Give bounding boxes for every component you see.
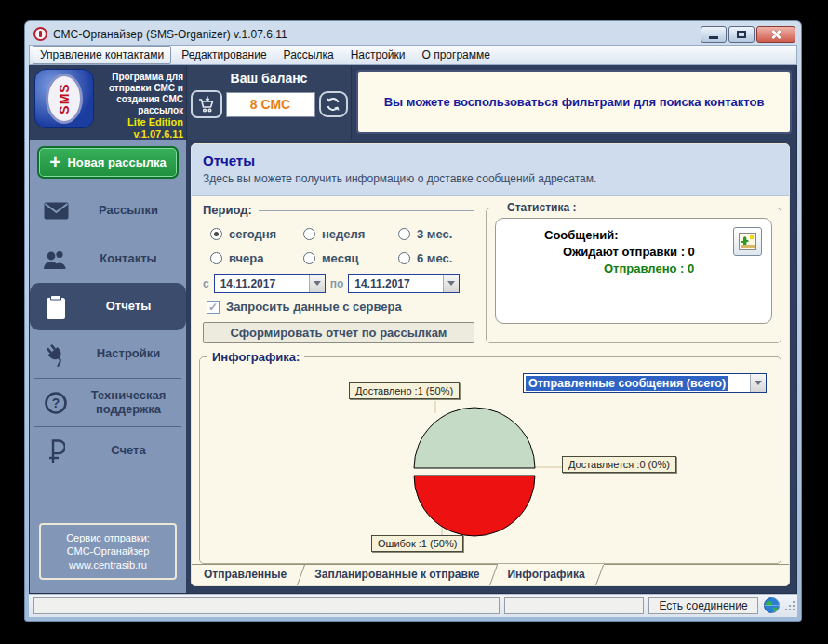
radio-today[interactable]: сегодня bbox=[210, 227, 303, 241]
status-panel-main bbox=[33, 597, 500, 614]
menubar: Управление контактами Редактирование Рас… bbox=[29, 45, 797, 65]
new-mailing-button[interactable]: + Новая рассылка bbox=[37, 146, 179, 179]
window-controls bbox=[701, 26, 795, 43]
period-group: Период: сегодня неделя 3 мес. вчера меся… bbox=[199, 201, 476, 343]
radio-3months[interactable]: 3 мес. bbox=[398, 227, 474, 241]
date-to-picker[interactable]: 14.11.2017 bbox=[348, 274, 460, 293]
pie-label-delivering: Доставляется :0 (0%) bbox=[562, 456, 676, 473]
content-row: + Новая рассылка Рассылки bbox=[30, 140, 796, 593]
maximize-icon bbox=[737, 31, 746, 38]
menu-contacts-management[interactable]: Управление контактами bbox=[33, 46, 171, 64]
tab-infographic[interactable]: Инфографика bbox=[498, 564, 603, 585]
main-panel: Отчеты Здесь вы можете получить информац… bbox=[191, 143, 790, 586]
brand-block: SMS Программа для отправки СМС и создани… bbox=[30, 65, 186, 140]
infographic-legend: Инфографика: bbox=[207, 350, 304, 364]
maximize-button[interactable] bbox=[728, 26, 755, 43]
brand-text: Программа для отправки СМС и создания СМ… bbox=[99, 69, 183, 136]
plug-icon bbox=[30, 342, 82, 367]
menu-about[interactable]: О программе bbox=[416, 47, 497, 63]
radio-dot bbox=[303, 228, 315, 240]
chart-image-button[interactable] bbox=[733, 227, 762, 256]
footer-line: Сервис отправки: bbox=[43, 531, 173, 544]
balance-panel: Ваш баланс 8 СМС bbox=[186, 65, 352, 140]
footer-line: СМС-Органайзер bbox=[43, 544, 173, 557]
chevron-down-icon[interactable] bbox=[750, 374, 766, 392]
minimize-button[interactable] bbox=[701, 26, 727, 43]
legend-rule bbox=[259, 210, 474, 211]
top-row: SMS Программа для отправки СМС и создани… bbox=[30, 65, 796, 140]
radio-month[interactable]: месяц bbox=[303, 251, 398, 265]
statistics-box: Сообщений: Ожидают отправки : 0 Отправле… bbox=[495, 218, 772, 324]
chart-type-dropdown[interactable]: Отправленные сообщения (всего) bbox=[523, 373, 767, 393]
server-data-checkbox-row[interactable]: ✓ Запросить данные с сервера bbox=[207, 300, 474, 314]
close-icon bbox=[770, 29, 781, 40]
checkbox-icon[interactable]: ✓ bbox=[207, 301, 220, 314]
notice-banner: Вы можете воспользоваться фильтрами для … bbox=[356, 70, 792, 134]
tab-scheduled[interactable]: Запланированные к отправке bbox=[305, 565, 498, 585]
stats-sent-value: Отправлено : 0 bbox=[604, 262, 762, 275]
menu-mailing[interactable]: Рассылка bbox=[277, 47, 341, 63]
report-tabs: Отправленные Запланированные к отправке … bbox=[192, 564, 789, 585]
radio-yesterday[interactable]: вчера bbox=[210, 251, 303, 265]
balance-value: 8 СМС bbox=[226, 92, 315, 117]
page-body: Период: сегодня неделя 3 мес. вчера меся… bbox=[192, 196, 789, 564]
sidebar-footer: Сервис отправки: СМС-Органайзер www.cent… bbox=[39, 523, 177, 580]
generate-report-button[interactable]: Сформировать отчет по рассылкам bbox=[203, 322, 474, 343]
resize-grip[interactable] bbox=[785, 601, 795, 610]
radio-week[interactable]: неделя bbox=[303, 227, 398, 241]
sidebar-item-label: Рассылки bbox=[82, 204, 186, 218]
balance-row: 8 СМС bbox=[191, 90, 348, 118]
clipboard-icon bbox=[30, 294, 82, 320]
page-title: Отчеты bbox=[203, 153, 778, 168]
titlebar: СМС-Органайзер (SMS-Organizer) v.1.07.6.… bbox=[25, 21, 801, 45]
envelope-icon bbox=[30, 202, 82, 220]
tab-sent[interactable]: Отправленные bbox=[194, 565, 305, 585]
sidebar-item-reports[interactable]: Отчеты bbox=[30, 283, 186, 330]
chevron-down-icon[interactable] bbox=[309, 275, 325, 292]
buy-sms-button[interactable] bbox=[191, 90, 222, 118]
sidebar-item-support[interactable]: ? Техническая поддержка bbox=[30, 379, 186, 426]
sms-logo-oval: SMS bbox=[46, 74, 83, 124]
statistics-group: Статистика : Сообщений: Ожидают отправки… bbox=[486, 201, 781, 343]
chevron-down-icon[interactable] bbox=[443, 275, 459, 292]
people-icon bbox=[30, 249, 82, 270]
stats-messages-label: Сообщений: bbox=[544, 228, 762, 242]
globe-icon bbox=[763, 597, 780, 614]
radio-dot bbox=[398, 252, 410, 264]
image-icon bbox=[739, 233, 756, 250]
infographic-group: Инфографика: Отправленные сообщения (все… bbox=[199, 350, 781, 564]
footer-link[interactable]: www.centrasib.ru bbox=[43, 558, 173, 571]
date-from-value: 14.11.2017 bbox=[215, 275, 309, 292]
sidebar-item-label: Счета bbox=[82, 444, 186, 458]
sidebar-item-contacts[interactable]: Контакты bbox=[30, 235, 186, 283]
date-to-value: 14.11.2017 bbox=[349, 275, 443, 292]
svg-text:?: ? bbox=[52, 396, 60, 410]
brand-tagline: Программа для отправки СМС и создания СМ… bbox=[99, 72, 183, 116]
radio-dot bbox=[398, 228, 410, 240]
date-range-row: с 14.11.2017 по 14.11.2017 bbox=[203, 274, 474, 293]
menu-settings[interactable]: Настройки bbox=[344, 47, 412, 63]
window-title: СМС-Органайзер (SMS-Organizer) v.1.07.6.… bbox=[53, 28, 695, 41]
sidebar-item-invoices[interactable]: Счета bbox=[30, 427, 186, 475]
sidebar-item-label: Настройки bbox=[82, 347, 186, 361]
sidebar: + Новая рассылка Рассылки bbox=[30, 140, 186, 593]
app-body: SMS Программа для отправки СМС и создани… bbox=[29, 65, 797, 594]
sidebar-item-label: Техническая поддержка bbox=[82, 389, 186, 417]
menu-editing[interactable]: Редактирование bbox=[175, 47, 273, 63]
close-button[interactable] bbox=[756, 26, 795, 43]
balance-title: Ваш баланс bbox=[231, 71, 308, 86]
refresh-balance-button[interactable] bbox=[319, 91, 348, 117]
dropdown-selected-value: Отправленные сообщения (всего) bbox=[526, 376, 728, 391]
date-from-picker[interactable]: 14.11.2017 bbox=[214, 274, 326, 293]
sidebar-item-label: Контакты bbox=[82, 252, 186, 266]
sidebar-item-settings[interactable]: Настройки bbox=[30, 330, 186, 378]
sms-logo-text: SMS bbox=[57, 83, 72, 114]
brand-edition: Lite Edition bbox=[99, 116, 183, 128]
ruble-icon bbox=[30, 438, 82, 464]
pie-chart bbox=[409, 401, 540, 541]
sidebar-item-mailings[interactable]: Рассылки bbox=[30, 187, 186, 235]
pie-slice-errors bbox=[414, 476, 535, 536]
status-panel-secondary bbox=[504, 597, 644, 614]
radio-6months[interactable]: 6 мес. bbox=[398, 251, 474, 265]
pie-slice-delivered bbox=[414, 408, 535, 468]
